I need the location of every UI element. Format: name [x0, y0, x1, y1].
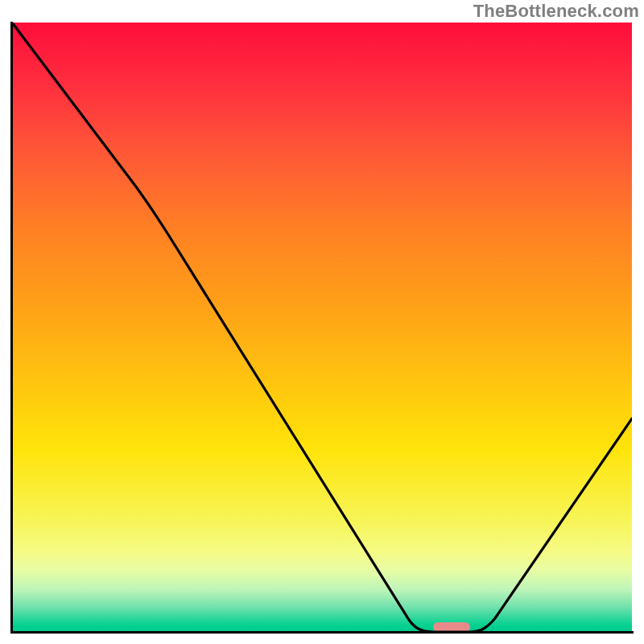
chart-root: TheBottleneck.com: [0, 0, 644, 644]
minimum-marker: [433, 622, 470, 632]
plot-background: [12, 23, 632, 632]
watermark-text: TheBottleneck.com: [473, 1, 639, 22]
x-axis: [10, 631, 634, 634]
y-axis: [10, 22, 13, 634]
